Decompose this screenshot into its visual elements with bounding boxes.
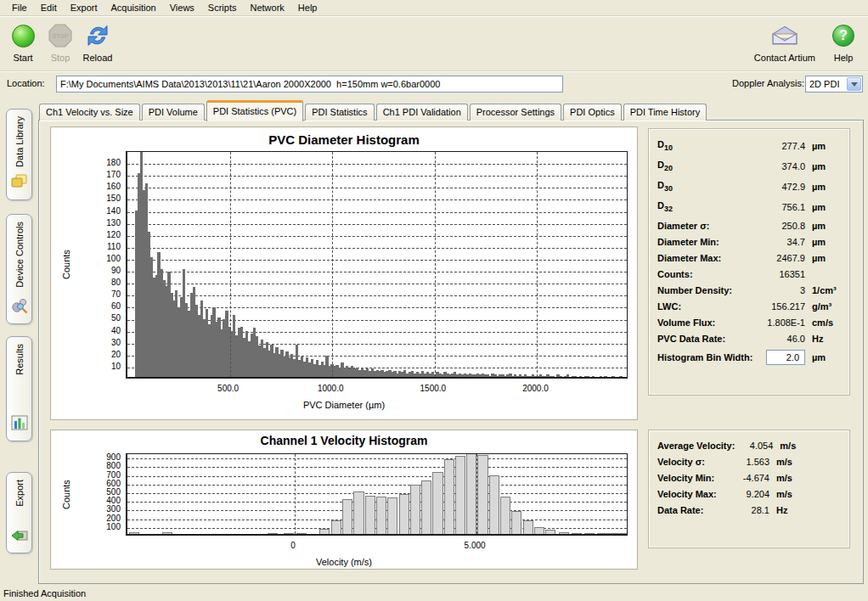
histogram-bar — [545, 530, 555, 534]
stat-label: D10 — [657, 139, 751, 152]
tab-processor-settings[interactable]: Processor Settings — [470, 104, 561, 121]
y-tick-label: 200 — [93, 514, 121, 523]
doppler-analysis-value: 2D PDI — [806, 79, 847, 89]
tab-ch1-pdi-validation[interactable]: Ch1 PDI Validation — [376, 104, 468, 121]
export-icon — [9, 525, 30, 548]
tab-pdi-statistics[interactable]: PDI Statistics — [305, 104, 374, 121]
sidebar-item-device-controls[interactable]: Device Controls — [6, 214, 32, 324]
histogram-bar — [268, 533, 278, 535]
menu-item-export[interactable]: Export — [64, 1, 104, 14]
location-label: Location: — [7, 78, 45, 88]
stat-value: 3 — [751, 285, 805, 295]
sidebar-item-export[interactable]: Export — [6, 472, 32, 553]
chevron-down-icon[interactable] — [847, 77, 861, 91]
plot-area[interactable] — [126, 151, 628, 379]
sidebar-item-data-library[interactable]: Data Library — [6, 109, 32, 200]
stat-row: Velocity σ:1.563m/s — [657, 453, 841, 469]
stop-button[interactable]: STOPStop — [44, 21, 76, 63]
stat-value: -4.674 — [725, 473, 769, 483]
x-tick-label: 1000.0 — [311, 384, 350, 393]
y-tick-label: 30 — [93, 338, 121, 347]
h-gridline — [127, 476, 627, 477]
histogram-bar — [551, 376, 554, 377]
help-button[interactable]: ?Help — [827, 21, 860, 63]
location-input[interactable] — [56, 76, 563, 93]
v-gridline — [295, 454, 296, 534]
menu-item-file[interactable]: File — [5, 1, 34, 14]
stat-label: PVC Data Rate: — [657, 334, 751, 344]
tab-strip: Ch1 Velocity vs. SizePDI VolumePDI Stati… — [39, 99, 863, 121]
stat-unit: µm — [805, 253, 841, 263]
tab-ch1-velocity-vs-size[interactable]: Ch1 Velocity vs. Size — [39, 104, 140, 121]
stat-unit: cm/s — [805, 317, 841, 328]
h-gridline — [127, 493, 627, 494]
stat-label: Diameter Max: — [657, 253, 751, 263]
velocity-histogram-panel: Channel 1 Velocity HistogramCounts100200… — [50, 430, 638, 570]
histogram-bar — [592, 376, 595, 377]
menu-item-views[interactable]: Views — [163, 1, 201, 14]
folders-icon — [9, 171, 30, 195]
histogram-bar — [627, 374, 628, 377]
y-axis-label: Counts — [61, 453, 71, 536]
histogram-bar — [587, 376, 589, 377]
toolbar-right-group: Contact Artium?Help — [754, 21, 860, 63]
stop-icon: STOP — [48, 21, 72, 50]
start-icon — [12, 21, 35, 50]
y-tick-label: 70 — [93, 289, 121, 299]
h-gridline — [127, 199, 627, 200]
doppler-analysis-dropdown[interactable]: 2D PDI — [805, 76, 863, 93]
histogram-bar — [612, 376, 614, 377]
stat-value: 34.7 — [751, 237, 805, 247]
stat-unit: µm — [805, 182, 841, 192]
tab-pdi-optics[interactable]: PDI Optics — [563, 104, 622, 121]
histogram-bar — [574, 376, 577, 377]
histogram-bar — [579, 376, 582, 377]
x-tick-label: 500.0 — [209, 384, 248, 393]
menu-item-scripts[interactable]: Scripts — [201, 1, 244, 14]
stat-row: Diameter Min:34.7µm — [657, 233, 841, 250]
h-gridline — [127, 284, 627, 284]
stat-value: 16351 — [751, 269, 805, 279]
histogram-bar — [559, 532, 569, 534]
histogram-bar — [600, 376, 602, 377]
start-button[interactable]: Start — [7, 21, 39, 63]
menu-item-acquisition[interactable]: Acquisition — [104, 1, 163, 14]
h-gridline — [127, 458, 627, 459]
menu-item-edit[interactable]: Edit — [34, 1, 64, 14]
toolbar-button-label: Reload — [83, 53, 113, 63]
histogram-bar — [444, 459, 454, 534]
contact-artium-button[interactable]: Contact Artium — [754, 21, 815, 63]
stat-value: 28.1 — [725, 505, 769, 515]
y-tick-label: 140 — [93, 206, 121, 216]
reload-button[interactable]: Reload — [82, 21, 114, 63]
tab-pdi-volume[interactable]: PDI Volume — [142, 104, 205, 121]
svg-text:STOP: STOP — [53, 33, 69, 39]
stat-row: LWC:156.217g/m³ — [657, 298, 841, 314]
histogram-bar — [466, 453, 476, 534]
y-tick-label: 100 — [93, 254, 121, 263]
stat-row: PVC Data Rate:46.0Hz — [657, 330, 841, 346]
stat-label: Diameter σ: — [657, 221, 751, 231]
histogram-bar — [421, 480, 431, 535]
histogram-bin-width-input[interactable] — [766, 350, 805, 365]
sidebar-item-results[interactable]: Results — [6, 336, 32, 441]
y-tick-label: 130 — [93, 218, 121, 227]
histogram-bar — [162, 532, 172, 534]
toolbar-left-group: StartSTOPStopReload — [7, 21, 114, 63]
y-tick-label: 90 — [93, 266, 121, 275]
stat-value: 277.4 — [751, 141, 805, 151]
menu-item-network[interactable]: Network — [243, 1, 290, 14]
histogram-bar — [584, 533, 595, 534]
stat-row: Velocity Min:-4.674m/s — [657, 469, 841, 486]
histogram-bar — [319, 529, 330, 534]
toolbar-button-label: Stop — [51, 53, 70, 63]
plot-area[interactable] — [126, 453, 628, 536]
stat-label: Data Rate: — [657, 505, 725, 515]
stat-value: 156.217 — [751, 301, 805, 312]
menu-item-help[interactable]: Help — [291, 1, 324, 14]
tab-pdi-statistics-pvc-[interactable]: PDI Statistics (PVC) — [206, 100, 303, 121]
sidebar-item-label: Export — [14, 480, 25, 507]
pvc-statistics-rows: D10277.4µmD20374.0µmD30472.9µmD32756.1µm… — [657, 136, 841, 390]
stat-label: D20 — [657, 160, 751, 172]
tab-pdi-time-history[interactable]: PDI Time History — [623, 104, 707, 121]
